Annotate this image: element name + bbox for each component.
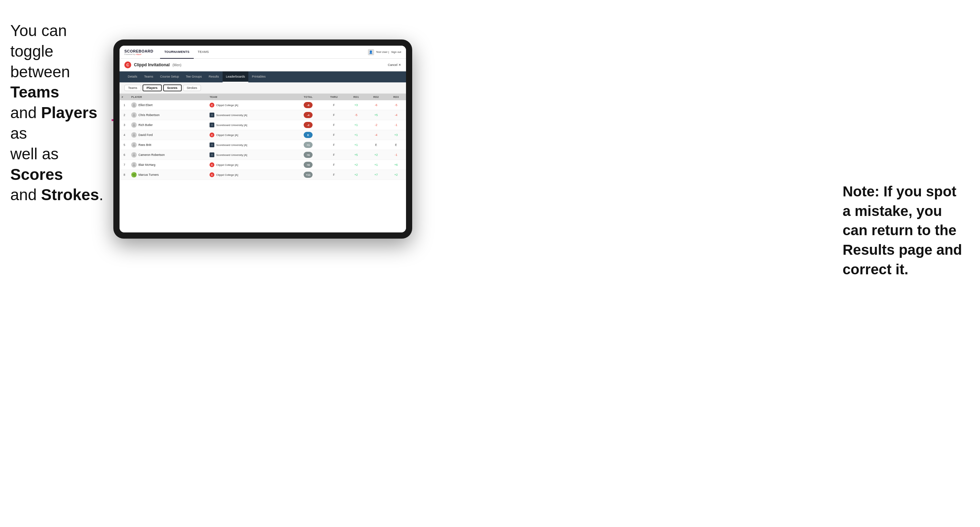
annotation-line1: You can togglebetween Teamsand Players a… [10, 22, 103, 203]
cell-player: Blair McHarg [129, 160, 207, 170]
cell-rd1: +1 [346, 130, 366, 140]
toggle-players[interactable]: Players [143, 84, 162, 91]
cell-rank: 8 [119, 170, 129, 180]
cell-rd3: E [386, 140, 406, 150]
tab-teams[interactable]: Teams [141, 71, 157, 83]
tab-printables[interactable]: Printables [248, 71, 269, 83]
cell-rank: 5 [119, 140, 129, 150]
tab-tee-groups[interactable]: Tee Groups [182, 71, 205, 83]
tournament-header: C Clippd Invitational (Men) Cancel ✕ [119, 59, 406, 71]
table-header-row: # PLAYER TEAM TOTAL THRU RD1 RD2 RD3 [119, 94, 406, 100]
cancel-button[interactable]: Cancel ✕ [388, 63, 401, 67]
cell-total: E [295, 130, 322, 140]
cell-rd2: +1 [366, 160, 386, 170]
table-row: 6Cameron Robertson≡Scoreboard University… [119, 150, 406, 160]
cell-team: ≡Scoreboard University [A] [207, 140, 294, 150]
cell-total: -2 [295, 120, 322, 130]
cell-rd3: +2 [386, 170, 406, 180]
svg-point-7 [133, 163, 135, 165]
tournament-gender: (Men) [172, 63, 181, 67]
cell-thru: F [322, 120, 346, 130]
cell-team: CClippd College [A] [207, 170, 294, 180]
cell-total: +1 [295, 140, 322, 150]
cell-team: ≡Scoreboard University [A] [207, 110, 294, 120]
toggle-teams[interactable]: Teams [124, 85, 141, 91]
table-row: 4David FordCClippd College [A]EF+1-4+3 [119, 130, 406, 140]
cell-rd3: -1 [386, 150, 406, 160]
user-area: 👤 Test User | Sign out [368, 49, 401, 55]
cell-rd1: -5 [346, 110, 366, 120]
tab-details[interactable]: Details [124, 71, 141, 83]
cell-player: Chris Robertson [129, 110, 207, 120]
col-player: PLAYER [129, 94, 207, 100]
leaderboard-table: # PLAYER TEAM TOTAL THRU RD1 RD2 RD3 1El… [119, 94, 406, 232]
cell-rd2: -6 [366, 100, 386, 110]
cell-team: ≡Scoreboard University [A] [207, 120, 294, 130]
table-row: 7Blair McHargCClippd College [A]+8F+2+1+… [119, 160, 406, 170]
cell-rd1: +1 [346, 120, 366, 130]
top-nav: SCOREBOARD Powered by clippd TOURNAMENTS… [119, 46, 406, 59]
cell-total: +8 [295, 160, 322, 170]
cell-team: CClippd College [A] [207, 100, 294, 110]
cell-player: David Ford [129, 130, 207, 140]
cell-thru: F [322, 150, 346, 160]
user-icon: 👤 [368, 49, 374, 55]
tablet-screen: SCOREBOARD Powered by clippd TOURNAMENTS… [119, 46, 406, 232]
cell-rank: 7 [119, 160, 129, 170]
svg-point-3 [133, 124, 135, 125]
nav-links: TOURNAMENTS TEAMS [160, 46, 368, 59]
tournament-name: Clippd Invitational [134, 62, 170, 67]
cell-rank: 1 [119, 100, 129, 110]
cell-rank: 3 [119, 120, 129, 130]
col-team: TEAM [207, 94, 294, 100]
svg-point-2 [133, 114, 135, 115]
table-row: 1Elliot EbertCClippd College [A]-8F+3-6-… [119, 100, 406, 110]
cell-rd3: +3 [386, 130, 406, 140]
cell-thru: F [322, 100, 346, 110]
nav-teams[interactable]: TEAMS [194, 46, 213, 59]
table-row: 2Chris Robertson≡Scoreboard University [… [119, 110, 406, 120]
nav-tournaments[interactable]: TOURNAMENTS [160, 46, 193, 59]
svg-point-6 [133, 154, 135, 155]
sign-out-link[interactable]: Sign out [391, 51, 401, 54]
cell-rd2: -4 [366, 130, 386, 140]
logo-area: SCOREBOARD Powered by clippd [124, 49, 153, 55]
cell-rd2: -2 [366, 120, 386, 130]
table-row: 3Rich Butler≡Scoreboard University [A]-2… [119, 120, 406, 130]
tab-leaderboards[interactable]: Leaderboards [223, 71, 249, 83]
toggle-strokes[interactable]: Strokes [183, 85, 201, 91]
cell-thru: F [322, 130, 346, 140]
cell-player: Rees Britt [129, 140, 207, 150]
toggle-scores[interactable]: Scores [163, 84, 182, 91]
cell-rd2: +7 [366, 170, 386, 180]
table-row: 5Rees Britt≡Scoreboard University [A]+1F… [119, 140, 406, 150]
cell-rank: 4 [119, 130, 129, 140]
cell-rank: 2 [119, 110, 129, 120]
cell-total: -8 [295, 100, 322, 110]
cell-player: 🌿Marcus Turners [129, 170, 207, 180]
tournament-title-area: C Clippd Invitational (Men) [124, 62, 181, 68]
tab-results[interactable]: Results [205, 71, 223, 83]
table-body: 1Elliot EbertCClippd College [A]-8F+3-6-… [119, 100, 406, 180]
cell-rd1: +1 [346, 140, 366, 150]
cell-thru: F [322, 160, 346, 170]
tab-course-setup[interactable]: Course Setup [157, 71, 182, 83]
cell-rd3: -1 [386, 120, 406, 130]
col-rank: # [119, 94, 129, 100]
cell-team: CClippd College [A] [207, 130, 294, 140]
cell-total: +11 [295, 170, 322, 180]
cell-rd3: +6 [386, 160, 406, 170]
logo-text: SCOREBOARD [124, 49, 153, 53]
svg-point-1 [133, 104, 135, 105]
tournament-icon: C [124, 62, 131, 68]
cell-rd1: +3 [346, 100, 366, 110]
svg-point-4 [133, 133, 135, 135]
cell-rd1: +5 [346, 150, 366, 160]
results-table: # PLAYER TEAM TOTAL THRU RD1 RD2 RD3 1El… [119, 94, 406, 180]
cell-rd2: E [366, 140, 386, 150]
cell-rd3: -4 [386, 110, 406, 120]
annotation-note: Note: If you spota mistake, youcan retur… [843, 183, 962, 278]
cell-rank: 6 [119, 150, 129, 160]
tablet-frame: SCOREBOARD Powered by clippd TOURNAMENTS… [113, 40, 412, 239]
cancel-icon: ✕ [398, 63, 401, 67]
